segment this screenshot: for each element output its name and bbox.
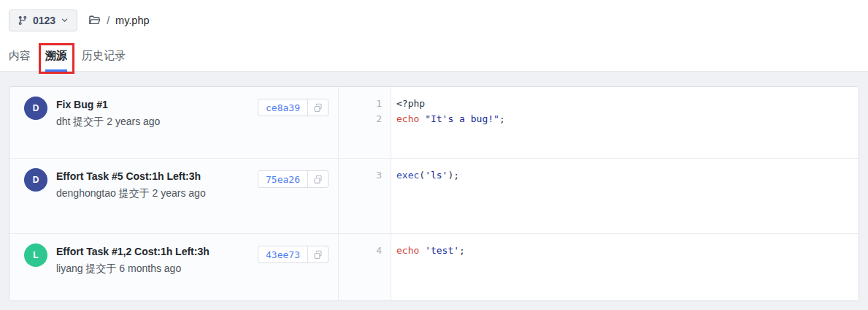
commit-hash-link[interactable]: 43ee73 [258, 249, 307, 260]
blame-row: DEffort Task #5 Cost:1h Left:3hdenghongt… [9, 159, 859, 234]
blame-row: LEffort Task #1,2 Cost:1h Left:3hliyang … [9, 234, 859, 300]
code-token: echo [396, 245, 419, 256]
commit-hash-link[interactable]: 75ea26 [258, 174, 307, 185]
commit-meta: liyang 提交于 6 months ago [56, 260, 252, 277]
commit-cell: DFix Bug #1dht 提交于 2 years agoce8a39 [9, 87, 339, 158]
commit-text: Fix Bug #1dht 提交于 2 years ago [56, 97, 252, 130]
line-number-gutter: 4 [339, 234, 391, 300]
code-cell: exec('ls'); [391, 159, 859, 233]
git-branch-icon [18, 15, 28, 26]
code-token: 'test' [425, 245, 459, 256]
code-token: echo [396, 113, 419, 124]
code-token: ( [419, 170, 425, 181]
chevron-down-icon [61, 16, 69, 24]
code-token: 'ls' [425, 170, 448, 181]
tab-content-label: 内容 [9, 49, 31, 63]
code-line: exec('ls'); [396, 167, 859, 183]
line-number[interactable]: 2 [339, 111, 382, 126]
branch-selector[interactable]: 0123 [9, 10, 77, 31]
path-separator: / [107, 15, 110, 26]
commit-hash-badge: 43ee73 [258, 246, 329, 263]
code-token: <?php [396, 98, 425, 109]
avatar[interactable]: D [24, 168, 47, 192]
commit-title[interactable]: Fix Bug #1 [56, 97, 252, 113]
avatar[interactable]: L [24, 243, 47, 267]
code-token: ; [499, 113, 505, 124]
avatar[interactable]: D [24, 97, 47, 120]
commit-cell: DEffort Task #5 Cost:1h Left:3hdenghongt… [9, 159, 339, 233]
commit-title[interactable]: Effort Task #1,2 Cost:1h Left:3h [56, 243, 252, 260]
file-name[interactable]: my.php [115, 15, 149, 26]
line-number-gutter: 3 [339, 159, 391, 233]
folder-icon [88, 14, 101, 26]
commit-text: Effort Task #1,2 Cost:1h Left:3hliyang 提… [56, 243, 252, 277]
commit-hash-badge: 75ea26 [258, 170, 329, 188]
copy-hash-button[interactable] [307, 246, 328, 262]
tab-history-label: 历史记录 [82, 49, 126, 63]
code-cell: <?phpecho "It's a bug!"; [391, 87, 859, 158]
code-token [419, 245, 425, 256]
commit-title[interactable]: Effort Task #5 Cost:1h Left:3h [56, 168, 252, 184]
code-cell: echo 'test'; [391, 234, 859, 300]
code-token: "It's a bug!" [425, 113, 499, 124]
breadcrumb: / my.php [88, 14, 162, 26]
tab-history[interactable]: 历史记录 [82, 40, 126, 71]
commit-meta: denghongtao 提交于 2 years ago [56, 184, 252, 202]
file-header: 0123 / my.php 内容 溯源 历史记录 [0, 0, 868, 72]
commit-meta: dht 提交于 2 years ago [56, 113, 252, 130]
code-token: exec [396, 170, 419, 181]
commit-text: Effort Task #5 Cost:1h Left:3hdenghongta… [56, 168, 252, 202]
tab-content[interactable]: 内容 [9, 40, 31, 71]
code-token: ); [448, 170, 459, 181]
commit-hash-link[interactable]: ce8a39 [258, 102, 307, 113]
code-line: echo "It's a bug!"; [396, 111, 859, 126]
tab-blame[interactable]: 溯源 [45, 40, 67, 71]
line-number[interactable]: 4 [339, 243, 382, 258]
line-number[interactable]: 3 [339, 167, 382, 183]
branch-name: 0123 [33, 15, 55, 26]
tab-bar: 内容 溯源 历史记录 [0, 40, 868, 72]
code-token: ; [459, 245, 465, 256]
code-line: echo 'test'; [396, 243, 859, 258]
line-number[interactable]: 1 [339, 96, 382, 111]
copy-hash-button[interactable] [307, 171, 328, 187]
code-line: <?php [396, 96, 859, 111]
commit-hash-badge: ce8a39 [258, 99, 329, 116]
code-token [419, 113, 425, 124]
blame-row: DFix Bug #1dht 提交于 2 years agoce8a39 12<… [9, 87, 859, 159]
line-number-gutter: 12 [339, 87, 391, 158]
blame-panel: DFix Bug #1dht 提交于 2 years agoce8a39 12<… [9, 86, 859, 301]
copy-hash-button[interactable] [307, 99, 328, 116]
commit-cell: LEffort Task #1,2 Cost:1h Left:3hliyang … [9, 234, 339, 300]
file-toolbar: 0123 / my.php [0, 0, 868, 40]
tab-blame-label: 溯源 [45, 49, 67, 63]
